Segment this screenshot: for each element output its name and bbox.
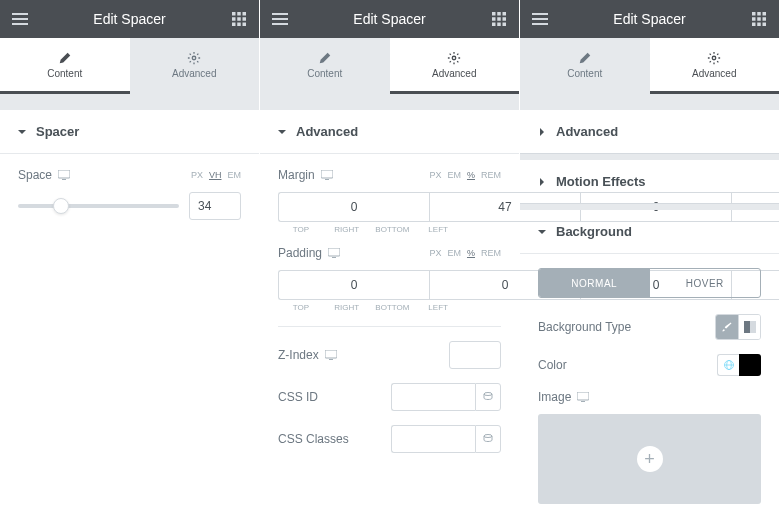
desktop-icon[interactable]	[321, 170, 333, 180]
unit-px[interactable]: PX	[191, 170, 203, 180]
space-slider[interactable]	[18, 204, 179, 208]
unit-pct[interactable]: %	[467, 248, 475, 258]
caret-down-icon	[538, 228, 546, 236]
margin-label: Margin	[278, 168, 315, 182]
dim-top: TOP	[278, 303, 324, 312]
slider-thumb[interactable]	[53, 198, 69, 214]
dim-left: LEFT	[415, 225, 461, 234]
svg-rect-41	[763, 12, 767, 16]
svg-point-27	[453, 56, 457, 60]
svg-rect-10	[237, 23, 241, 27]
svg-rect-45	[752, 23, 756, 27]
svg-rect-18	[492, 12, 496, 16]
svg-rect-46	[757, 23, 761, 27]
unit-em[interactable]: EM	[447, 170, 461, 180]
svg-rect-21	[492, 17, 496, 21]
margin-top[interactable]	[278, 192, 429, 222]
tab-content[interactable]: Content	[260, 38, 390, 94]
unit-pct[interactable]: %	[467, 170, 475, 180]
zindex-label: Z-Index	[278, 348, 319, 362]
tab-advanced[interactable]: Advanced	[650, 38, 780, 94]
svg-rect-2	[12, 23, 28, 25]
bgtype-classic[interactable]	[716, 315, 738, 339]
gradient-icon	[744, 321, 756, 333]
svg-rect-22	[497, 17, 501, 21]
cssid-label: CSS ID	[278, 390, 318, 404]
svg-rect-31	[332, 257, 336, 258]
svg-rect-29	[325, 179, 329, 180]
svg-rect-15	[272, 13, 288, 15]
section-title: Advanced	[556, 124, 618, 139]
color-swatch[interactable]	[739, 354, 761, 376]
desktop-icon[interactable]	[328, 248, 340, 258]
gear-icon	[447, 51, 461, 65]
image-label: Image	[538, 390, 571, 404]
tab-content[interactable]: Content	[0, 38, 130, 94]
space-input[interactable]	[189, 192, 241, 220]
caret-right-icon	[538, 128, 546, 136]
menu-icon[interactable]	[10, 9, 30, 29]
section-title: Spacer	[36, 124, 79, 139]
caret-right-icon	[538, 178, 546, 186]
grid-icon[interactable]	[749, 9, 769, 29]
section-background[interactable]: Background	[520, 210, 779, 254]
section-title: Background	[556, 224, 632, 239]
dynamic-button[interactable]	[475, 425, 501, 453]
padding-label: Padding	[278, 246, 322, 260]
tab-content[interactable]: Content	[520, 38, 650, 94]
unit-rem[interactable]: REM	[481, 170, 501, 180]
dim-bottom: BOTTOM	[370, 303, 416, 312]
svg-rect-43	[757, 17, 761, 21]
bgtype-gradient[interactable]	[738, 315, 760, 339]
svg-rect-1	[12, 18, 28, 20]
dynamic-button[interactable]	[475, 383, 501, 411]
section-advanced[interactable]: Advanced	[520, 110, 779, 154]
grid-icon[interactable]	[229, 9, 249, 29]
dim-top: TOP	[278, 225, 324, 234]
dim-bottom: BOTTOM	[370, 225, 416, 234]
svg-rect-37	[532, 18, 548, 20]
unit-vh[interactable]: VH	[209, 170, 222, 180]
padding-top[interactable]	[278, 270, 429, 300]
unit-selector[interactable]: PX EM % REM	[429, 170, 501, 180]
menu-icon[interactable]	[530, 9, 550, 29]
cssclasses-input[interactable]	[391, 425, 475, 453]
menu-icon[interactable]	[270, 9, 290, 29]
panel-title: Edit Spacer	[550, 11, 749, 27]
pencil-icon	[578, 51, 592, 65]
tab-advanced[interactable]: Advanced	[130, 38, 260, 94]
svg-rect-7	[237, 17, 241, 21]
panel-title: Edit Spacer	[30, 11, 229, 27]
global-color-button[interactable]	[717, 354, 739, 376]
unit-px[interactable]: PX	[429, 248, 441, 258]
unit-rem[interactable]: REM	[481, 248, 501, 258]
svg-rect-38	[532, 23, 548, 25]
zindex-input[interactable]	[449, 341, 501, 369]
section-spacer[interactable]: Spacer	[0, 110, 259, 154]
desktop-icon[interactable]	[58, 170, 70, 180]
desktop-icon[interactable]	[325, 350, 337, 360]
svg-rect-28	[321, 170, 333, 178]
section-advanced[interactable]: Advanced	[260, 110, 519, 154]
svg-rect-24	[492, 23, 496, 27]
svg-rect-3	[232, 12, 236, 16]
unit-px[interactable]: PX	[429, 170, 441, 180]
cssid-input[interactable]	[391, 383, 475, 411]
section-motion[interactable]: Motion Effects	[520, 160, 779, 204]
unit-em[interactable]: EM	[228, 170, 242, 180]
unit-em[interactable]: EM	[447, 248, 461, 258]
svg-rect-0	[12, 13, 28, 15]
desktop-icon[interactable]	[577, 392, 589, 402]
dim-right: RIGHT	[324, 225, 370, 234]
grid-icon[interactable]	[489, 9, 509, 29]
unit-selector[interactable]: PX VH EM	[191, 170, 241, 180]
toggle-normal[interactable]: NORMAL	[539, 269, 650, 297]
svg-rect-33	[329, 359, 333, 360]
svg-rect-30	[328, 248, 340, 256]
unit-selector[interactable]: PX EM % REM	[429, 248, 501, 258]
tab-advanced[interactable]: Advanced	[390, 38, 520, 94]
tab-label: Advanced	[432, 68, 476, 79]
image-dropzone[interactable]: +	[538, 414, 761, 504]
gear-icon	[187, 51, 201, 65]
toggle-hover[interactable]: HOVER	[650, 269, 761, 297]
